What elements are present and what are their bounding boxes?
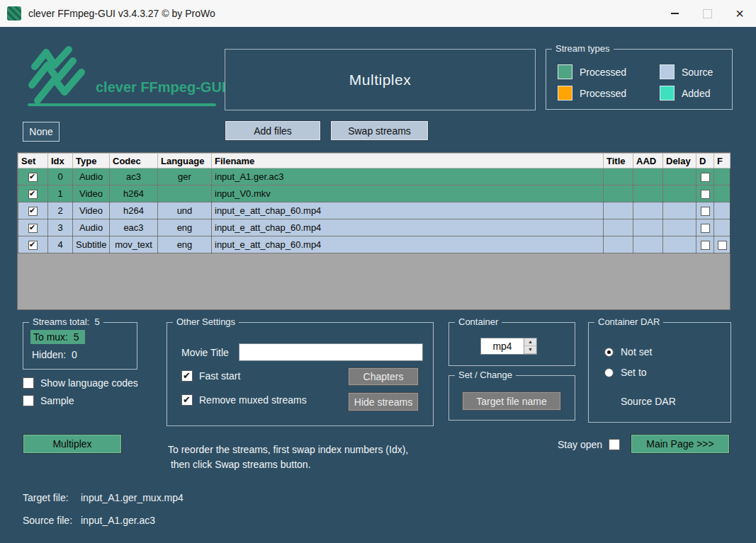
processed-swatch [558,64,572,79]
remove-muxed-label: Remove muxed streams [199,394,307,406]
column-header[interactable]: Delay [663,154,696,168]
container-format-spinner[interactable]: mp4 ▲ ▼ [480,338,537,355]
language-cell [158,185,212,202]
source-file-row: Source file: input_A1.ger.ac3 [23,515,155,526]
reorder-hint: To reorder the streams, first swap index… [168,442,408,472]
maximize-button[interactable] [691,0,723,27]
table-row[interactable]: 3Audioeac3enginput_e_att_chap_60.mp4 [18,219,730,236]
filename-cell: input_e_att_chap_60.mp4 [212,236,604,253]
legend-label: Source [682,67,713,78]
app-icon [7,6,21,21]
legend-item-processed-orange: Processed [558,86,626,101]
fast-start-checkbox[interactable] [181,370,193,382]
legend-label: Processed [580,67,626,78]
not-set-radio[interactable] [604,348,614,357]
idx-cell: 0 [48,168,73,185]
filename-cell: input_e_att_chap_60.mp4 [212,219,604,236]
d-checkbox[interactable] [701,173,710,182]
multiplex-button[interactable]: Multiplex [23,434,122,454]
add-files-button[interactable]: Add files [225,120,321,141]
stay-open-checkbox[interactable] [609,439,620,450]
column-header[interactable]: Type [73,154,110,168]
target-file-row: Target file: input_A1.ger_mux.mp4 [23,492,184,503]
to-mux-badge: To mux: 5 [30,330,85,344]
column-header[interactable]: Language [158,154,212,168]
source-swatch [660,64,675,79]
fast-start-row[interactable]: Fast start [181,370,240,382]
set-checkbox[interactable] [28,241,38,250]
close-icon: × [735,6,744,21]
target-file-value: input_A1.ger_mux.mp4 [81,492,184,503]
idx-cell: 4 [48,236,73,253]
spinner-up-icon[interactable]: ▲ [524,338,536,346]
remove-muxed-checkbox[interactable] [181,394,193,406]
d-checkbox[interactable] [701,224,710,233]
language-cell: eng [158,236,212,253]
close-button[interactable]: × [723,0,756,27]
spinner-down-icon[interactable]: ▼ [524,346,536,354]
not-set-radio-row[interactable]: Not set [604,346,652,358]
column-header[interactable]: Set [18,154,48,168]
show-language-codes-checkbox[interactable] [23,377,34,389]
d-checkbox[interactable] [701,207,710,216]
column-header[interactable]: F [714,154,730,168]
codec-cell: h264 [110,185,158,202]
legend-label: Processed [580,88,626,99]
sample-checkbox[interactable] [23,395,34,406]
hide-streams-button[interactable]: Hide streams [348,392,419,411]
type-cell: Audio [73,168,110,185]
minimize-button[interactable] [658,0,691,27]
remove-muxed-row[interactable]: Remove muxed streams [181,394,307,406]
f-checkbox[interactable] [718,241,727,250]
container-group: Container mp4 ▲ ▼ [448,322,575,366]
legend-label: Added [682,88,710,99]
show-language-codes-row[interactable]: Show language codes [23,377,138,389]
set-checkbox[interactable] [28,224,38,233]
main-page-button[interactable]: Main Page >>> [631,434,730,454]
table-row[interactable]: 0Audioac3gerinput_A1.ger.ac3 [18,168,730,185]
container-label: Container [455,316,502,327]
d-checkbox[interactable] [701,241,710,250]
set-change-label: Set / Change [455,370,516,380]
set-checkbox[interactable] [28,190,38,199]
d-checkbox[interactable] [701,190,710,199]
column-header[interactable]: AAD [633,154,663,168]
set-checkbox[interactable] [28,207,38,216]
table-row[interactable]: 1Videoh264input_V0.mkv [18,185,730,202]
table-row[interactable]: 2Videoh264undinput_e_att_chap_60.mp4 [18,202,730,219]
set-checkbox[interactable] [28,173,38,182]
swap-streams-button[interactable]: Swap streams [330,120,429,141]
column-header[interactable]: Title [604,154,633,168]
column-header[interactable]: Idx [48,154,73,168]
sample-row[interactable]: Sample [23,395,74,406]
idx-cell: 1 [48,185,73,202]
streams-total-group: Streams total: 5 To mux: 5 Hidden: 0 [23,322,137,370]
movie-title-input[interactable] [239,343,423,361]
title-bar: clever FFmpeg-GUI v3.4.3.27 © by ProWo × [0,0,756,27]
none-button[interactable]: None [23,122,60,142]
table-row[interactable]: 4Subtitlemov_textenginput_e_att_chap_60.… [18,236,730,253]
other-settings-label: Other Settings [173,316,239,327]
chapters-button[interactable]: Chapters [348,367,419,386]
sample-label: Sample [40,395,74,406]
logo-underline [28,103,216,106]
app-window: clever FFmpeg-GUI v3.4.3.27 © by ProWo ×… [0,0,756,543]
aad-cell [633,168,663,185]
column-header[interactable]: Filename [212,154,604,168]
stream-types-label: Stream types [552,43,614,54]
source-dar-text: Source DAR [621,396,676,407]
column-header[interactable]: D [696,154,714,168]
set-to-radio[interactable] [604,368,614,377]
column-header[interactable]: Codec [110,154,158,168]
stream-types-group: Stream types Processed Processed Source … [546,49,733,110]
delay-cell [663,219,696,236]
stay-open-row[interactable]: Stay open [558,439,620,450]
fast-start-label: Fast start [199,370,240,382]
minimize-icon [671,13,679,14]
set-to-radio-row[interactable]: Set to [604,367,647,378]
codec-cell: mov_text [110,236,158,253]
type-cell: Video [73,202,110,219]
target-file-name-button[interactable]: Target file name [462,391,561,411]
legend-item-source: Source [660,64,713,79]
spinner-arrows[interactable]: ▲ ▼ [524,338,536,354]
